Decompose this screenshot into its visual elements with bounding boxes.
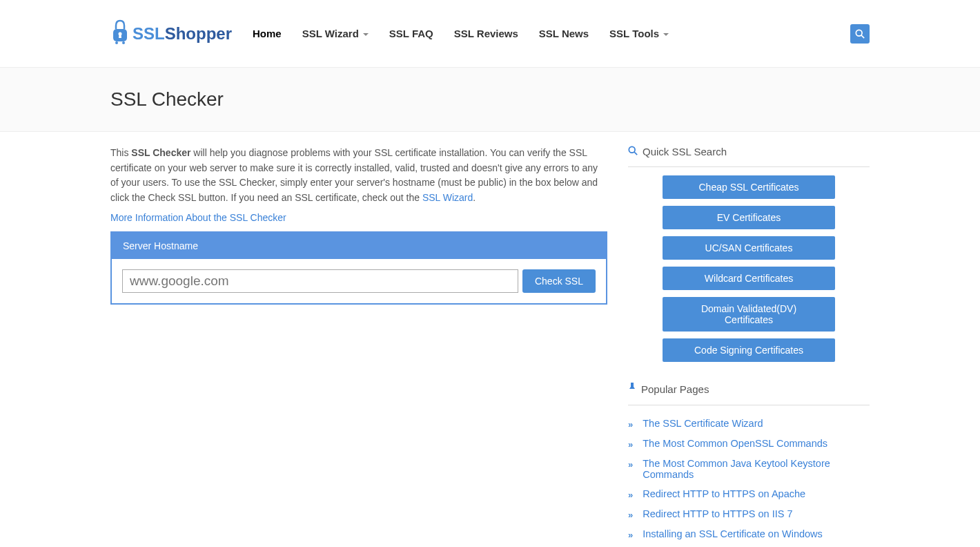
svg-line-7	[634, 152, 637, 155]
link-text: The Most Common OpenSSL Commands	[643, 438, 827, 449]
header: SSLShopper Home SSL Wizard SSL FAQ SSL R…	[0, 0, 980, 68]
page-title-bar: SSL Checker	[0, 68, 980, 132]
search-button[interactable]	[850, 24, 870, 44]
search-icon	[855, 29, 865, 39]
nav-label: SSL Tools	[609, 28, 659, 39]
link-text: Redirect HTTP to HTTPS on Apache	[643, 488, 805, 499]
nav-ssl-tools[interactable]: SSL Tools	[609, 28, 669, 39]
popular-page-link[interactable]: »Installing an SSL Certificate on Window…	[628, 524, 870, 544]
main-nav: Home SSL Wizard SSL FAQ SSL Reviews SSL …	[253, 28, 669, 39]
chevron-right-icon: »	[628, 439, 633, 450]
chevron-down-icon	[363, 33, 369, 36]
chevron-right-icon: »	[628, 510, 633, 520]
link-text: The Most Common Java Keytool Keystore Co…	[643, 458, 870, 480]
link-text: The SSL Certificate Wizard	[643, 418, 763, 429]
popular-pages-section: Popular Pages »The SSL Certificate Wizar…	[628, 383, 870, 547]
svg-point-2	[115, 41, 118, 44]
quick-ssl-search-section: Quick SSL Search Cheap SSL Certificates …	[628, 146, 870, 362]
cert-tag-wildcard[interactable]: Wildcard Certificates	[663, 267, 835, 290]
logo-text: SSLShopper	[133, 24, 232, 44]
cert-tag-cheap[interactable]: Cheap SSL Certificates	[663, 175, 835, 199]
main-column: This SSL Checker will help you diagnose …	[110, 146, 607, 547]
popular-page-link[interactable]: »The Most Common OpenSSL Commands	[628, 434, 870, 454]
sidebar: Quick SSL Search Cheap SSL Certificates …	[628, 146, 870, 547]
sidebar-heading: Popular Pages	[628, 383, 870, 405]
cert-tag-code-signing[interactable]: Code Signing Certificates	[663, 338, 835, 362]
nav-ssl-news[interactable]: SSL News	[539, 28, 589, 39]
nav-label: SSL Wizard	[302, 28, 359, 39]
nav-ssl-reviews[interactable]: SSL Reviews	[454, 28, 518, 39]
popular-pages-list: »The SSL Certificate Wizard »The Most Co…	[628, 414, 870, 547]
logo[interactable]: SSLShopper	[110, 19, 232, 48]
pin-icon	[628, 383, 636, 396]
cert-tags-list: Cheap SSL Certificates EV Certificates U…	[628, 175, 870, 362]
chevron-right-icon: »	[628, 419, 633, 430]
popular-page-link[interactable]: »The SSL Certificate Wizard	[628, 414, 870, 434]
nav-ssl-wizard[interactable]: SSL Wizard	[302, 28, 369, 39]
heading-text: Popular Pages	[641, 383, 709, 395]
ssl-wizard-link[interactable]: SSL Wizard	[422, 192, 473, 203]
chevron-right-icon: »	[628, 530, 633, 540]
popular-page-link[interactable]: »The Most Common Java Keytool Keystore C…	[628, 454, 870, 484]
search-icon	[628, 146, 638, 157]
svg-point-3	[122, 41, 125, 44]
chevron-down-icon	[663, 33, 669, 36]
heading-text: Quick SSL Search	[643, 146, 727, 157]
nav-ssl-faq[interactable]: SSL FAQ	[389, 28, 433, 39]
svg-line-5	[861, 35, 864, 37]
cert-tag-ucsan[interactable]: UC/SAN Certificates	[663, 236, 835, 260]
chevron-right-icon: »	[628, 490, 633, 500]
more-info-link[interactable]: More Information About the SSL Checker	[110, 212, 286, 223]
form-body: Check SSL	[112, 259, 606, 303]
popular-page-link[interactable]: »Redirect HTTP to HTTPS on Apache	[628, 484, 870, 504]
popular-page-link[interactable]: »How to Create A Self Signed Certificate	[628, 544, 870, 547]
cert-tag-dv[interactable]: Domain Validated(DV) Certificates	[663, 297, 835, 332]
link-text: Installing an SSL Certificate on Windows	[643, 528, 823, 539]
intro-paragraph: This SSL Checker will help you diagnose …	[110, 146, 607, 206]
cert-tag-ev[interactable]: EV Certificates	[663, 206, 835, 229]
nav-home[interactable]: Home	[253, 28, 282, 39]
content: This SSL Checker will help you diagnose …	[0, 132, 980, 547]
link-text: Redirect HTTP to HTTPS on IIS 7	[643, 508, 792, 519]
chevron-right-icon: »	[628, 459, 633, 470]
page-title: SSL Checker	[110, 88, 870, 111]
lock-cart-icon	[110, 19, 133, 48]
check-ssl-button[interactable]: Check SSL	[522, 269, 596, 293]
hostname-input[interactable]	[122, 269, 518, 293]
sidebar-heading: Quick SSL Search	[628, 146, 870, 167]
ssl-checker-form: Server Hostname Check SSL	[110, 231, 607, 305]
form-header: Server Hostname	[112, 233, 606, 259]
popular-page-link[interactable]: »Redirect HTTP to HTTPS on IIS 7	[628, 504, 870, 524]
